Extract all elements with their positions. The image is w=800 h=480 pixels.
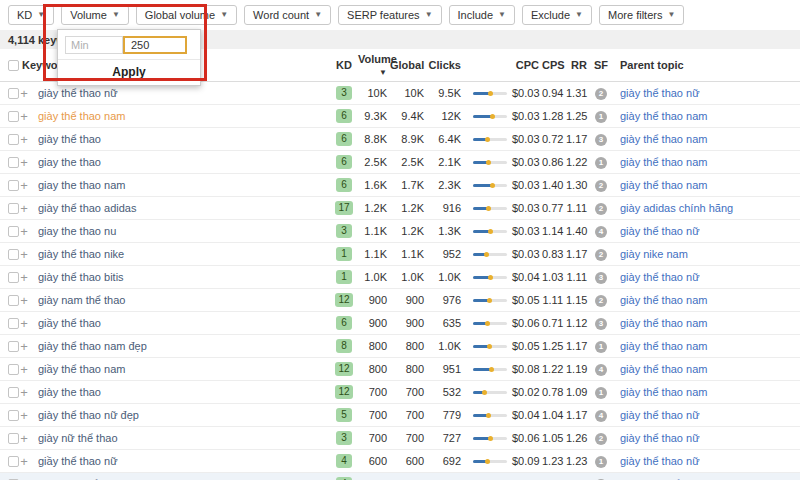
expand-plus-icon[interactable]: + — [16, 455, 32, 468]
table-row[interactable]: + giày thể thao nữ đẹp 5 700 700 779 $0.… — [0, 404, 800, 427]
keyword-link[interactable]: giày nữ thể thao — [32, 432, 330, 444]
col-header-clicks[interactable]: Clicks — [427, 59, 464, 71]
col-header-kd[interactable]: KD — [330, 59, 358, 71]
keyword-link[interactable]: giày thể thao — [32, 133, 330, 145]
table-row[interactable]: + giay the thao 6 2.5K 2.5K 2.1K $0.03 0… — [0, 151, 800, 174]
expand-plus-icon[interactable]: + — [16, 156, 32, 169]
keyword-link[interactable]: giày nam thể thao — [32, 294, 330, 306]
rr-value: 1.31 — [566, 87, 590, 99]
table-row[interactable]: + giầy thể thao 6 900 900 635 $0.06 0.71… — [0, 312, 800, 335]
col-header-cpc[interactable]: CPC — [512, 59, 542, 71]
keyword-link[interactable]: giày thể thao nam — [32, 110, 330, 122]
expand-plus-icon[interactable]: + — [16, 248, 32, 261]
parent-topic-link[interactable]: giày thể thao nam — [612, 386, 800, 398]
parent-topic-link[interactable]: giày thể thao nam — [612, 156, 800, 168]
col-header-cps[interactable]: CPS — [542, 59, 566, 71]
volume-value: 1.0K — [358, 271, 390, 283]
parent-topic-link[interactable]: giày adidas chính hãng — [612, 202, 800, 214]
keyword-link[interactable]: giày the thao — [32, 386, 330, 398]
expand-plus-icon[interactable]: + — [16, 225, 32, 238]
expand-plus-icon[interactable]: + — [16, 133, 32, 146]
filter-volume-button[interactable]: Volume ▼ — [61, 5, 129, 25]
keyword-link[interactable]: giày thể thao nike — [32, 248, 330, 260]
keyword-link[interactable]: giày thể thao nữ đẹp — [32, 409, 330, 421]
parent-topic-link[interactable]: giày thể thao nam — [612, 363, 800, 375]
table-row[interactable]: + giầy thể thao nam 12 800 800 951 $0.08… — [0, 358, 800, 381]
table-row[interactable]: + giày nam thể thao 12 900 900 976 $0.05… — [0, 289, 800, 312]
col-header-sf[interactable]: SF — [590, 59, 612, 71]
volume-min-input[interactable] — [65, 36, 123, 54]
table-row[interactable]: + giày thể thao nam 6 9.3K 9.4K 12K $0.0… — [0, 105, 800, 128]
parent-topic-link[interactable]: giày thể thao nam — [612, 317, 800, 329]
table-row[interactable]: + giày thể thao adidas 17 1.2K 1.2K 916 … — [0, 197, 800, 220]
apply-button[interactable]: Apply — [58, 59, 200, 85]
parent-topic-link[interactable]: giày thể thao nam — [612, 340, 800, 352]
keyword-link[interactable]: giày thể thao nữ — [32, 87, 330, 99]
clicks-bar — [464, 207, 512, 210]
table-row[interactable]: + giày thể thao nam đẹp 8 800 800 1.0K $… — [0, 335, 800, 358]
table-row[interactable]: + giay the thao nu 3 1.1K 1.2K 1.3K $0.0… — [0, 220, 800, 243]
keyword-link[interactable]: giày thể thao nam đẹp — [32, 340, 330, 352]
table-row[interactable]: + giày thể thao bitis 1 1.0K 1.0K 1.0K $… — [0, 266, 800, 289]
filter-include-button[interactable]: Include ▼ — [449, 5, 515, 25]
keyword-link[interactable]: giay the thao — [32, 156, 330, 168]
parent-topic-link[interactable]: giày thể thao nam — [612, 179, 800, 191]
expand-plus-icon[interactable]: + — [16, 409, 32, 422]
parent-topic-link[interactable]: giày nike nam — [612, 248, 800, 260]
filter-exclude-button[interactable]: Exclude ▼ — [522, 5, 592, 25]
parent-topic-link[interactable]: giày thể thao nam — [612, 133, 800, 145]
expand-plus-icon[interactable]: + — [16, 87, 32, 100]
global-volume-value: 700 — [390, 432, 427, 444]
table-row[interactable]: + giày the thao 12 700 700 532 $0.02 0.7… — [0, 381, 800, 404]
expand-plus-icon[interactable]: + — [16, 110, 32, 123]
col-header-rr[interactable]: RR — [566, 59, 590, 71]
parent-topic-link[interactable]: giày thể thao nữ — [612, 87, 800, 99]
expand-plus-icon[interactable]: + — [16, 386, 32, 399]
table-row[interactable]: + giay the thao nam 6 1.6K 1.7K 2.3K $0.… — [0, 174, 800, 197]
cpc-value: $0.05 — [512, 340, 542, 352]
expand-plus-icon[interactable]: + — [16, 432, 32, 445]
volume-value: 700 — [358, 432, 390, 444]
volume-value: 800 — [358, 363, 390, 375]
filter-serp-features-button[interactable]: SERP features ▼ — [338, 5, 441, 25]
expand-plus-icon[interactable]: + — [16, 340, 32, 353]
col-header-volume[interactable]: Volume ▼ — [358, 53, 390, 77]
table-row[interactable]: + giầy thể thao nữ 4 600 600 692 $0.09 1… — [0, 450, 800, 473]
parent-topic-link[interactable]: giày thể thao nam — [612, 110, 800, 122]
table-row[interactable]: + giày thể thao 6 8.8K 8.9K 6.4K $0.03 0… — [0, 128, 800, 151]
keyword-link[interactable]: giầy thể thao — [32, 317, 330, 329]
parent-topic-link[interactable]: giày thể thao nữ — [612, 225, 800, 237]
expand-plus-icon[interactable]: + — [16, 271, 32, 284]
keyword-link[interactable]: giay the thao nam — [32, 179, 330, 191]
keyword-link[interactable]: giầy thể thao nam — [32, 363, 330, 375]
expand-plus-icon[interactable]: + — [16, 202, 32, 215]
clicks-bar — [464, 115, 512, 118]
table-row[interactable]: + giày nữ thể thao 3 700 700 727 $0.06 1… — [0, 427, 800, 450]
table-row[interactable]: + giày thể thao nike 1 1.1K 1.1K 952 $0.… — [0, 243, 800, 266]
keyword-link[interactable]: giầy thể thao nữ — [32, 455, 330, 467]
parent-topic-link[interactable]: giày thể thao nữ — [612, 432, 800, 444]
filter-word-count-button[interactable]: Word count ▼ — [244, 5, 331, 25]
expand-plus-icon[interactable]: + — [16, 317, 32, 330]
clicks-bar-dot — [489, 367, 494, 372]
filter-global-volume-button[interactable]: Global volume ▼ — [136, 5, 237, 25]
keyword-link[interactable]: giay the thao nu — [32, 225, 330, 237]
filter-more-filters-button[interactable]: More filters ▼ — [599, 5, 684, 25]
filter-kd-button[interactable]: KD ▼ — [8, 5, 54, 25]
chevron-down-icon: ▼ — [575, 11, 583, 19]
chevron-down-icon: ▼ — [425, 11, 433, 19]
col-header-parent-topic[interactable]: Parent topic — [612, 59, 800, 71]
col-header-global[interactable]: Global — [390, 59, 427, 71]
table-row[interactable]: + bán giày thể thao 4 600 600 493 $0.06 … — [0, 473, 800, 480]
parent-topic-link[interactable]: giày thể thao nữ — [612, 409, 800, 421]
expand-plus-icon[interactable]: + — [16, 363, 32, 376]
expand-plus-icon[interactable]: + — [16, 294, 32, 307]
keyword-link[interactable]: giày thể thao bitis — [32, 271, 330, 283]
expand-plus-icon[interactable]: + — [16, 179, 32, 192]
global-volume-value: 600 — [390, 455, 427, 467]
parent-topic-link[interactable]: giày thể thao nữ — [612, 271, 800, 283]
parent-topic-link[interactable]: giày thể thao nữ — [612, 455, 800, 467]
keyword-link[interactable]: giày thể thao adidas — [32, 202, 330, 214]
volume-value-input[interactable] — [123, 36, 187, 54]
parent-topic-link[interactable]: giày thể thao nam — [612, 294, 800, 306]
